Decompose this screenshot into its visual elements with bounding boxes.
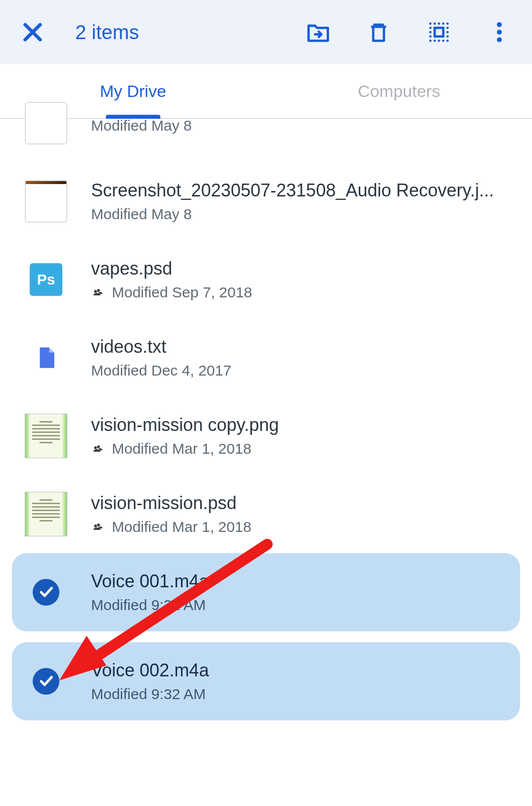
file-thumbnail — [25, 660, 67, 703]
file-thumbnail — [25, 415, 67, 457]
shared-icon — [91, 521, 106, 533]
select-all-button[interactable] — [426, 19, 452, 45]
shared-icon — [91, 443, 106, 455]
tab-computers[interactable]: Computers — [266, 64, 532, 118]
generic-file-icon — [34, 345, 58, 370]
move-to-folder-icon — [305, 19, 331, 45]
tab-label: Computers — [358, 82, 440, 101]
svg-point-19 — [497, 37, 502, 42]
trash-icon — [366, 19, 391, 45]
selection-toolbar: 2 items — [0, 0, 532, 64]
file-thumbnail — [25, 493, 67, 535]
file-row[interactable]: vision-mission.psd Modified Mar 1, 2018 — [0, 475, 532, 553]
file-name: vapes.psd — [91, 258, 512, 279]
file-name: Screenshot_20230507-231508_Audio Recover… — [91, 180, 512, 201]
file-thumbnail — [25, 336, 67, 379]
file-thumbnail: Ps — [25, 258, 67, 301]
file-modified: Modified 9:31 AM — [91, 597, 206, 614]
image-preview-icon — [25, 414, 67, 458]
select-all-icon — [426, 19, 452, 45]
selection-count: 2 items — [75, 21, 139, 44]
file-row[interactable]: Ps vapes.psd Modified Sep 7, 2018 — [0, 240, 532, 319]
close-icon — [20, 19, 46, 45]
tab-my-drive[interactable]: My Drive — [0, 64, 266, 118]
file-name: Voice 002.m4a — [91, 660, 507, 681]
file-name: videos.txt — [91, 336, 512, 357]
file-row[interactable]: videos.txt Modified Dec 4, 2017 — [0, 319, 532, 397]
photoshop-icon: Ps — [30, 263, 62, 296]
file-thumbnail — [25, 180, 67, 223]
file-list: Modified May 8 Screenshot_20230507-23150… — [0, 102, 532, 720]
file-row[interactable]: vision-mission copy.png Modified Mar 1, … — [0, 397, 532, 475]
shared-icon — [91, 286, 106, 298]
file-name: vision-mission.psd — [91, 493, 512, 514]
file-modified: Modified Sep 7, 2018 — [112, 284, 252, 301]
file-thumbnail — [25, 571, 67, 614]
drive-tabs: My Drive Computers — [0, 64, 532, 119]
file-name: Voice 001.m4a — [91, 571, 507, 592]
image-preview-icon — [25, 492, 67, 536]
selection-check-icon — [33, 668, 59, 695]
file-modified: Modified Mar 1, 2018 — [112, 519, 251, 535]
file-modified: Modified Mar 1, 2018 — [112, 440, 251, 457]
file-row-selected[interactable]: Voice 002.m4a Modified 9:32 AM — [12, 642, 520, 720]
file-modified: Modified Dec 4, 2017 — [91, 362, 232, 379]
selection-check-icon — [33, 579, 59, 606]
file-name: vision-mission copy.png — [91, 415, 512, 435]
file-modified: Modified 9:32 AM — [91, 686, 206, 703]
tab-label: My Drive — [100, 82, 166, 101]
move-button[interactable] — [305, 19, 331, 45]
more-options-button[interactable] — [486, 19, 512, 45]
close-selection-button[interactable] — [20, 19, 46, 45]
file-row[interactable]: Screenshot_20230507-231508_Audio Recover… — [0, 162, 532, 240]
svg-rect-0 — [435, 28, 443, 36]
svg-point-18 — [497, 30, 502, 35]
more-vert-icon — [486, 19, 512, 45]
delete-button[interactable] — [366, 19, 391, 45]
file-modified: Modified May 8 — [91, 117, 192, 134]
svg-point-17 — [497, 22, 502, 27]
file-modified: Modified May 8 — [91, 206, 192, 223]
file-row-selected[interactable]: Voice 001.m4a Modified 9:31 AM — [12, 553, 520, 631]
